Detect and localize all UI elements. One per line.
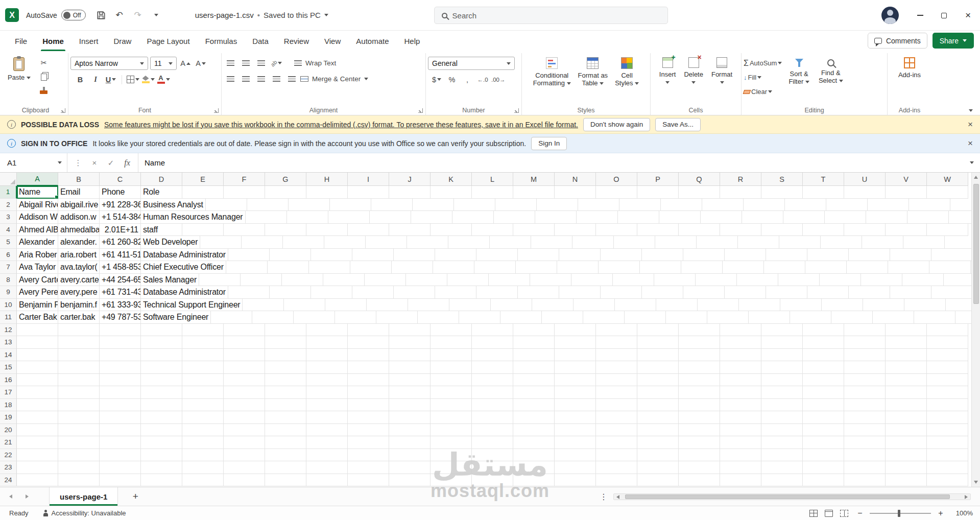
row-header-24[interactable]: 24 bbox=[0, 474, 17, 487]
cell-J10[interactable] bbox=[449, 299, 491, 312]
cell-H4[interactable] bbox=[306, 224, 348, 237]
cell-V22[interactable] bbox=[886, 449, 927, 462]
align-right-button[interactable] bbox=[254, 73, 268, 85]
cell-V2[interactable] bbox=[909, 199, 950, 211]
cell-K6[interactable] bbox=[476, 249, 518, 262]
cell-S15[interactable] bbox=[761, 361, 803, 374]
cell-D6[interactable]: Database Administrator bbox=[141, 249, 228, 262]
copy-button[interactable] bbox=[37, 70, 51, 83]
sheet-tab-users-page-1[interactable]: users-page-1 bbox=[49, 487, 118, 506]
cell-N21[interactable] bbox=[555, 436, 596, 449]
cell-V11[interactable] bbox=[914, 311, 955, 324]
cell-C8[interactable]: +44 254-65 bbox=[100, 274, 141, 287]
cell-P14[interactable] bbox=[637, 349, 679, 362]
cell-H11[interactable] bbox=[335, 311, 376, 324]
cell-Q24[interactable] bbox=[679, 474, 720, 487]
cell-C1[interactable]: Phone bbox=[100, 186, 141, 199]
cell-L16[interactable] bbox=[472, 374, 513, 387]
cell-O8[interactable] bbox=[613, 274, 654, 287]
column-header-K[interactable]: K bbox=[431, 173, 472, 186]
cell-O21[interactable] bbox=[596, 436, 637, 449]
cell-T7[interactable] bbox=[847, 261, 888, 274]
cell-O2[interactable] bbox=[619, 199, 661, 211]
cell-T14[interactable] bbox=[803, 349, 844, 362]
cell-T3[interactable] bbox=[866, 211, 907, 224]
cell-U2[interactable] bbox=[868, 199, 909, 211]
tab-formulas[interactable]: Formulas bbox=[198, 31, 245, 51]
cell-P10[interactable] bbox=[698, 299, 739, 312]
cell-T16[interactable] bbox=[803, 374, 844, 387]
column-header-R[interactable]: R bbox=[720, 173, 761, 186]
cell-W19[interactable] bbox=[927, 411, 968, 424]
cell-R6[interactable] bbox=[766, 249, 807, 262]
cell-R22[interactable] bbox=[720, 449, 761, 462]
cell-G12[interactable] bbox=[265, 324, 306, 337]
borders-button[interactable] bbox=[126, 73, 139, 86]
cell-J7[interactable] bbox=[433, 261, 474, 274]
cell-V8[interactable] bbox=[902, 274, 944, 287]
cell-U23[interactable] bbox=[844, 461, 886, 474]
cell-V17[interactable] bbox=[886, 386, 927, 399]
cell-B10[interactable]: benjamin.f bbox=[58, 299, 100, 312]
cell-G6[interactable] bbox=[311, 249, 352, 262]
cell-K16[interactable] bbox=[431, 374, 472, 387]
cell-A24[interactable] bbox=[17, 474, 58, 487]
cell-J4[interactable] bbox=[389, 224, 431, 237]
cell-L2[interactable] bbox=[495, 199, 537, 211]
cell-F21[interactable] bbox=[224, 436, 265, 449]
cell-R16[interactable] bbox=[720, 374, 761, 387]
cell-S11[interactable] bbox=[790, 311, 831, 324]
cell-Q23[interactable] bbox=[679, 461, 720, 474]
cell-Q14[interactable] bbox=[679, 349, 720, 362]
increase-decimal-button[interactable]: ←.0 bbox=[476, 73, 489, 86]
cell-P17[interactable] bbox=[637, 386, 679, 399]
cell-M12[interactable] bbox=[513, 324, 555, 337]
row-header-20[interactable]: 20 bbox=[0, 424, 17, 437]
row-header-23[interactable]: 23 bbox=[0, 461, 17, 474]
cell-I11[interactable] bbox=[376, 311, 418, 324]
cell-N17[interactable] bbox=[555, 386, 596, 399]
page-layout-view-icon[interactable] bbox=[825, 510, 833, 517]
cell-R21[interactable] bbox=[720, 436, 761, 449]
cell-N14[interactable] bbox=[555, 349, 596, 362]
zoom-in-icon[interactable]: + bbox=[936, 509, 945, 518]
row-header-22[interactable]: 22 bbox=[0, 449, 17, 462]
cell-S14[interactable] bbox=[761, 349, 803, 362]
cell-B2[interactable]: abigail.rive bbox=[58, 199, 100, 211]
cell-L14[interactable] bbox=[472, 349, 513, 362]
cell-T10[interactable] bbox=[863, 299, 904, 312]
column-header-I[interactable]: I bbox=[348, 173, 389, 186]
row-header-13[interactable]: 13 bbox=[0, 336, 17, 349]
cell-J15[interactable] bbox=[389, 361, 431, 374]
cell-T11[interactable] bbox=[831, 311, 873, 324]
cell-P7[interactable] bbox=[681, 261, 723, 274]
row-header-4[interactable]: 4 bbox=[0, 224, 17, 237]
cell-M2[interactable] bbox=[537, 199, 578, 211]
cell-I3[interactable] bbox=[411, 211, 452, 224]
cell-L5[interactable] bbox=[490, 236, 531, 249]
cell-P3[interactable] bbox=[701, 211, 742, 224]
cell-T2[interactable] bbox=[826, 199, 868, 211]
cell-F6[interactable] bbox=[270, 249, 311, 262]
cell-A18[interactable] bbox=[17, 399, 58, 412]
cell-J19[interactable] bbox=[389, 411, 431, 424]
cell-P8[interactable] bbox=[654, 274, 696, 287]
cell-H24[interactable] bbox=[306, 474, 348, 487]
cell-Q9[interactable] bbox=[725, 286, 766, 299]
cell-W8[interactable] bbox=[944, 274, 971, 287]
cell-T20[interactable] bbox=[803, 424, 844, 437]
cell-K23[interactable] bbox=[431, 461, 472, 474]
customize-qat-button[interactable] bbox=[148, 7, 164, 23]
tab-help[interactable]: Help bbox=[397, 31, 428, 51]
conditional-formatting-button[interactable]: Conditional Formatting bbox=[531, 54, 573, 105]
cell-I19[interactable] bbox=[348, 411, 389, 424]
cell-B24[interactable] bbox=[58, 474, 100, 487]
cell-V24[interactable] bbox=[886, 474, 927, 487]
cell-V3[interactable] bbox=[949, 211, 972, 224]
cell-K15[interactable] bbox=[431, 361, 472, 374]
cell-P18[interactable] bbox=[637, 399, 679, 412]
cell-M19[interactable] bbox=[513, 411, 555, 424]
zoom-slider-knob[interactable] bbox=[898, 510, 900, 517]
cell-V14[interactable] bbox=[886, 349, 927, 362]
cell-F9[interactable] bbox=[270, 286, 311, 299]
